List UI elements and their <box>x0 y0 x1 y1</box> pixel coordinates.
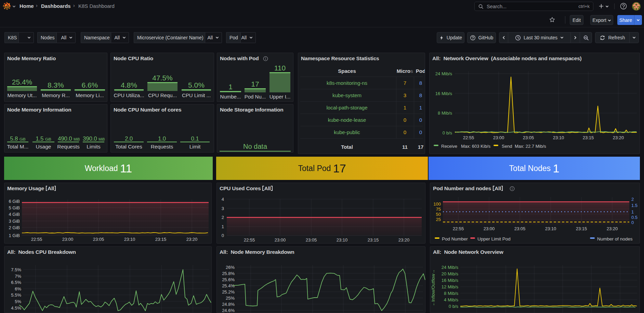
svg-text:0.5: 0.5 <box>631 215 638 220</box>
svg-text:6.5%: 6.5% <box>11 280 21 285</box>
svg-text:7.5%: 7.5% <box>11 267 21 272</box>
svg-text:2: 2 <box>631 197 634 202</box>
svg-text:0: 0 <box>631 220 634 225</box>
svg-text:23:05: 23:05 <box>514 226 526 231</box>
svg-text:4 Mib/s: 4 Mib/s <box>444 297 458 302</box>
svg-text:0 b/s: 0 b/s <box>443 130 452 135</box>
svg-text:4 GiB: 4 GiB <box>9 212 20 217</box>
svg-text:1: 1 <box>222 224 224 229</box>
svg-text:4: 4 <box>222 197 224 202</box>
svg-text:23:10: 23:10 <box>124 237 135 242</box>
svg-text:6 GiB: 6 GiB <box>9 199 20 204</box>
svg-text:16 Mib/s: 16 Mib/s <box>435 91 452 96</box>
svg-text:23:05: 23:05 <box>306 237 317 243</box>
svg-text:75: 75 <box>436 207 441 212</box>
svg-text:23:10: 23:10 <box>337 237 348 243</box>
svg-text:50: 50 <box>436 212 441 217</box>
svg-text:Receive: Receive <box>441 144 457 149</box>
svg-text:23:00: 23:00 <box>484 226 495 231</box>
svg-text:3 GiB: 3 GiB <box>9 219 20 224</box>
svg-text:Pod Number: Pod Number <box>442 236 468 242</box>
svg-text:5.5%: 5.5% <box>11 292 21 298</box>
svg-text:23:05: 23:05 <box>93 237 104 242</box>
svg-text:2 GiB: 2 GiB <box>9 225 20 230</box>
svg-text:6%: 6% <box>15 286 21 291</box>
svg-text:5 GiB: 5 GiB <box>9 205 20 210</box>
svg-text:23:20: 23:20 <box>607 226 618 231</box>
svg-text:0: 0 <box>222 233 224 238</box>
svg-text:←Inflow/Outflow→: ←Inflow/Outflow→ <box>431 269 436 306</box>
svg-text:23:20: 23:20 <box>398 237 410 243</box>
svg-text:23:15: 23:15 <box>583 135 594 140</box>
svg-text:23:00: 23:00 <box>493 135 504 140</box>
svg-text:22:55: 22:55 <box>244 237 255 243</box>
svg-text:25.6%: 25.6% <box>222 277 235 282</box>
svg-text:100: 100 <box>433 201 441 207</box>
svg-text:5%: 5% <box>15 299 21 304</box>
svg-text:8 Mib/s: 8 Mib/s <box>438 110 452 116</box>
svg-text:1.5: 1.5 <box>631 203 638 208</box>
svg-text:23:15: 23:15 <box>368 237 379 243</box>
svg-text:12 Mib/s: 12 Mib/s <box>442 284 459 289</box>
svg-text:3: 3 <box>222 206 224 211</box>
svg-text:24 Mib/s: 24 Mib/s <box>442 265 459 270</box>
svg-text:2: 2 <box>222 215 224 220</box>
svg-text:Number of nodes: Number of nodes <box>597 236 633 242</box>
svg-text:24.6%: 24.6% <box>222 308 235 313</box>
svg-text:23:20: 23:20 <box>613 135 624 140</box>
svg-text:23:10: 23:10 <box>545 226 556 231</box>
svg-text:23:00: 23:00 <box>275 237 286 243</box>
svg-text:22:55: 22:55 <box>453 226 464 231</box>
svg-text:7%: 7% <box>15 274 21 279</box>
svg-text:22:55: 22:55 <box>31 237 42 242</box>
svg-text:0 b/s: 0 b/s <box>449 304 459 309</box>
svg-text:25: 25 <box>436 217 441 222</box>
svg-text:26%: 26% <box>226 265 235 270</box>
svg-text:Send: Send <box>502 144 512 149</box>
svg-text:22:55: 22:55 <box>463 135 474 140</box>
svg-text:Max: 603 Kib/s: Max: 603 Kib/s <box>461 144 490 149</box>
svg-text:25.8%: 25.8% <box>222 271 235 276</box>
svg-text:4.5%: 4.5% <box>11 305 21 311</box>
svg-text:Upper Limit Pod: Upper Limit Pod <box>477 236 511 242</box>
svg-text:23:20: 23:20 <box>186 237 198 242</box>
svg-text:23:15: 23:15 <box>576 226 587 231</box>
svg-text:23:10: 23:10 <box>553 135 564 140</box>
svg-text:8 Mib/s: 8 Mib/s <box>444 291 458 296</box>
svg-text:16 Mib/s: 16 Mib/s <box>442 278 459 283</box>
svg-text:Max: 22.7 Mib/s: Max: 22.7 Mib/s <box>515 144 546 149</box>
svg-text:24 Mib/s: 24 Mib/s <box>435 71 452 76</box>
svg-text:20 Mib/s: 20 Mib/s <box>442 271 459 276</box>
svg-text:24.8%: 24.8% <box>222 302 235 307</box>
svg-text:1: 1 <box>631 209 634 214</box>
svg-text:25%: 25% <box>226 296 235 301</box>
svg-text:23:15: 23:15 <box>155 237 167 242</box>
svg-text:25.2%: 25.2% <box>222 289 235 295</box>
svg-text:1 GiB: 1 GiB <box>9 233 20 238</box>
svg-text:23:05: 23:05 <box>523 135 534 140</box>
svg-text:23:00: 23:00 <box>62 237 74 242</box>
